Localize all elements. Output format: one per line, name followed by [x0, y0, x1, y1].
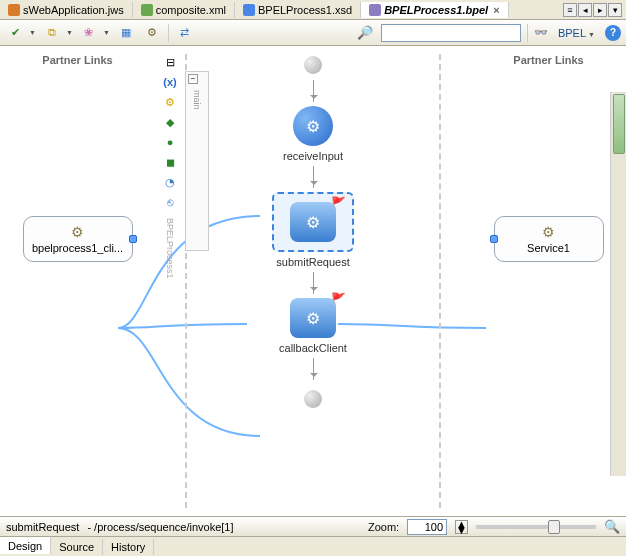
arrow-icon: [313, 272, 314, 294]
fit-button[interactable]: 🔍: [604, 519, 620, 534]
tab-jws[interactable]: sWebApplication.jws: [0, 2, 133, 18]
tab-xsd[interactable]: BPELProcess1.xsd: [235, 2, 361, 18]
gear-icon: ⚙: [542, 224, 555, 240]
gear-icon: ⚙: [71, 224, 84, 240]
validate-button[interactable]: ✔: [5, 23, 25, 43]
glasses-icon: 👓: [534, 26, 548, 39]
process-column: ⊟ (x) ⚙ ◆ ● ◼ ◔ ⎋ BPELProcess1 − main ⚙ …: [155, 46, 471, 516]
partner-service1[interactable]: ⚙ Service1: [494, 216, 604, 262]
search-input[interactable]: [381, 24, 521, 42]
invoke-icon: ⚙🚩: [290, 202, 336, 242]
tab-design[interactable]: Design: [0, 537, 51, 554]
node-submitrequest[interactable]: ⚙🚩 submitRequest: [272, 192, 354, 268]
flag-icon: 🚩: [331, 196, 346, 210]
slider-thumb[interactable]: [548, 520, 560, 534]
zoom-input[interactable]: [407, 519, 447, 535]
editor-tabs: sWebApplication.jws composite.xml BPELPr…: [0, 0, 626, 20]
xsd-icon: [243, 4, 255, 16]
tab-bpel[interactable]: BPELProcess1.bpel×: [361, 2, 508, 18]
arrow-icon: [313, 166, 314, 188]
arrow-icon: [313, 358, 314, 380]
port-icon[interactable]: [490, 235, 498, 243]
node-label: submitRequest: [276, 256, 349, 268]
tab-composite[interactable]: composite.xml: [133, 2, 235, 18]
java-icon: [8, 4, 20, 16]
toolbar: ✔▼ ⧉▼ ❀▼ ▦ ⚙ ⇄ 🔎 👓 BPEL▼ ?: [0, 20, 626, 46]
tab-label: BPELProcess1.xsd: [258, 4, 352, 16]
xml-icon: [141, 4, 153, 16]
start-node[interactable]: [304, 56, 322, 74]
invoke-icon: ⚙🚩: [290, 298, 336, 338]
selection-path: - /process/sequence/invoke[1]: [87, 521, 233, 533]
partner-label: Service1: [527, 242, 570, 254]
process-flow: ⚙ receiveInput ⚙🚩 submitRequest ⚙🚩 callb…: [155, 46, 471, 516]
zoom-spinner[interactable]: ▲▼: [455, 520, 468, 534]
bpel-icon: [369, 4, 381, 16]
receive-icon: ⚙: [293, 106, 333, 146]
status-bar: submitRequest - /process/sequence/invoke…: [0, 516, 626, 536]
partner-links-title: Partner Links: [513, 54, 583, 66]
zoom-slider[interactable]: [476, 525, 596, 529]
scrollbar-thumb[interactable]: [613, 94, 625, 154]
node-label: receiveInput: [283, 150, 343, 162]
tab-menu-button[interactable]: ▾: [608, 3, 622, 17]
tab-label: sWebApplication.jws: [23, 4, 124, 16]
tab-source[interactable]: Source: [51, 539, 103, 555]
tab-next-button[interactable]: ▸: [593, 3, 607, 17]
selection-name: submitRequest: [6, 521, 79, 533]
link-button[interactable]: ⇄: [175, 23, 195, 43]
right-partner-column: Partner Links ⚙ Service1: [471, 46, 626, 516]
tab-prev-button[interactable]: ◂: [578, 3, 592, 17]
vertical-scrollbar[interactable]: [610, 92, 626, 476]
separator: [168, 24, 169, 42]
end-node[interactable]: [304, 390, 322, 408]
tab-nav: ≡ ◂ ▸ ▾: [563, 3, 626, 17]
node-callbackclient[interactable]: ⚙🚩 callbackClient: [279, 298, 347, 354]
zoom-label: Zoom:: [368, 521, 399, 533]
bpel-mode-button[interactable]: BPEL▼: [554, 27, 599, 39]
flag-icon: 🚩: [331, 292, 346, 306]
partner-label: bpelprocess1_cli...: [32, 242, 123, 254]
left-partner-column: Partner Links ⚙ bpelprocess1_cli...: [0, 46, 155, 516]
close-icon[interactable]: ×: [493, 4, 499, 16]
port-icon[interactable]: [129, 235, 137, 243]
palette-button[interactable]: ❀: [79, 23, 99, 43]
node-label: callbackClient: [279, 342, 347, 354]
design-canvas[interactable]: Partner Links ⚙ bpelprocess1_cli... ⊟ (x…: [0, 46, 626, 516]
find-button[interactable]: 🔎: [355, 23, 375, 43]
help-button[interactable]: ?: [605, 25, 621, 41]
arrow-icon: [313, 80, 314, 102]
tab-label: composite.xml: [156, 4, 226, 16]
gear-button[interactable]: ⚙: [142, 23, 162, 43]
bookmark-button[interactable]: ⧉: [42, 23, 62, 43]
tab-label: BPELProcess1.bpel: [384, 4, 488, 16]
tab-list-button[interactable]: ≡: [563, 3, 577, 17]
separator: [527, 24, 528, 42]
view-tabs: Design Source History: [0, 536, 626, 556]
partner-bpelprocess1-client[interactable]: ⚙ bpelprocess1_cli...: [23, 216, 133, 262]
node-receiveinput[interactable]: ⚙ receiveInput: [283, 106, 343, 162]
partner-links-title: Partner Links: [42, 54, 112, 66]
layout-button[interactable]: ▦: [116, 23, 136, 43]
tab-history[interactable]: History: [103, 539, 154, 555]
